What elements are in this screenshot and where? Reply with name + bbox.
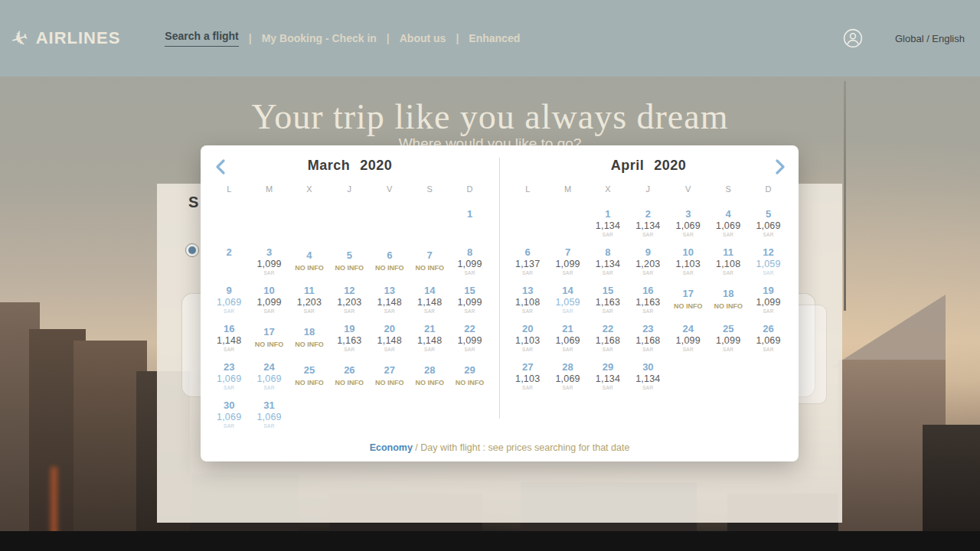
day-april-18: 18NO INFO [708, 282, 748, 318]
day-april-24[interactable]: 241,099SAR [668, 318, 708, 356]
day-april-4[interactable]: 41,069SAR [708, 203, 748, 241]
day-april-3[interactable]: 31,069SAR [668, 203, 708, 241]
currency-label: SAR [449, 270, 489, 276]
day-march-10[interactable]: 101,099SAR [249, 279, 289, 318]
currency-label: SAR [547, 308, 587, 315]
currency-label: SAR [449, 347, 489, 353]
currency-label: SAR [708, 270, 748, 276]
day-april-10[interactable]: 101,103SAR [668, 241, 708, 279]
day-march-13[interactable]: 131,148SAR [370, 279, 410, 318]
day-price: 1,069 [209, 373, 249, 384]
prev-month-button[interactable] [212, 158, 230, 176]
day-april-25[interactable]: 251,099SAR [708, 318, 748, 356]
day-march-6: 6NO INFO [370, 244, 410, 279]
currency-label: SAR [708, 232, 748, 238]
day-april-14[interactable]: 141,059SAR [547, 279, 587, 318]
day-march-31[interactable]: 311,069SAR [249, 394, 289, 432]
empty-cell [249, 203, 289, 241]
day-number: 26 [329, 365, 369, 376]
day-april-23[interactable]: 231,168SAR [628, 318, 668, 356]
trip-type-radio[interactable] [185, 243, 199, 257]
day-price: 1,148 [410, 297, 449, 308]
day-april-21[interactable]: 211,069SAR [547, 318, 587, 356]
day-number: 6 [508, 247, 547, 258]
day-number: 25 [289, 365, 329, 376]
day-number: 8 [449, 247, 489, 258]
day-number: 3 [668, 209, 708, 220]
day-april-28[interactable]: 281,069SAR [547, 356, 587, 394]
empty-cell [289, 203, 329, 241]
currency-label: SAR [628, 385, 668, 391]
day-march-22[interactable]: 221,099SAR [449, 318, 489, 356]
day-number: 9 [628, 247, 668, 258]
day-march-19[interactable]: 191,163SAR [329, 318, 369, 356]
day-april-1[interactable]: 11,134SAR [588, 203, 628, 241]
nav-separator: | [456, 32, 459, 44]
day-number: 17 [249, 327, 289, 337]
day-grid-march: 1231,099SAR4NO INFO5NO INFO6NO INFO7NO I… [209, 203, 499, 432]
day-price: 1,168 [588, 335, 628, 346]
weekday-label: D [449, 184, 489, 194]
weekday-label: D [748, 184, 788, 194]
day-april-27[interactable]: 271,103SAR [508, 356, 547, 394]
day-march-12[interactable]: 121,203SAR [329, 279, 369, 318]
day-april-5[interactable]: 51,069SAR [748, 203, 788, 241]
day-april-29[interactable]: 291,134SAR [588, 356, 628, 394]
day-april-2[interactable]: 21,134SAR [628, 203, 668, 241]
day-april-19[interactable]: 191,099SAR [748, 279, 788, 318]
day-march-14[interactable]: 141,148SAR [410, 279, 449, 318]
month-name: March [308, 158, 351, 173]
day-april-26[interactable]: 261,069SAR [748, 318, 788, 356]
nav-item-about-us[interactable]: About us [400, 32, 446, 44]
currency-label: SAR [370, 308, 410, 315]
day-april-11[interactable]: 111,108SAR [708, 241, 748, 279]
currency-label: SAR [209, 347, 249, 353]
day-march-24[interactable]: 241,069SAR [249, 356, 289, 394]
day-number: 27 [370, 365, 410, 376]
day-number: 28 [410, 365, 449, 376]
nav-item-search-a-flight[interactable]: Search a flight [165, 30, 238, 47]
day-april-12[interactable]: 121,059SAR [748, 241, 788, 279]
account-icon[interactable] [843, 28, 863, 48]
day-price: 1,163 [329, 335, 369, 346]
day-march-8[interactable]: 81,099SAR [449, 241, 489, 279]
day-april-8[interactable]: 81,134SAR [588, 241, 628, 279]
day-march-3[interactable]: 31,099SAR [249, 241, 289, 279]
day-march-21[interactable]: 211,148SAR [410, 318, 449, 356]
day-march-30[interactable]: 301,069SAR [209, 394, 249, 432]
nav-item-my-booking-check-in[interactable]: My Booking - Check in [262, 32, 377, 44]
day-april-9[interactable]: 91,203SAR [628, 241, 668, 279]
day-april-13[interactable]: 131,108SAR [508, 279, 547, 318]
brand-logo[interactable]: ✈ AIRLINES [11, 27, 120, 51]
locale-selector[interactable]: Global / English [895, 33, 965, 44]
day-number: 23 [209, 362, 249, 373]
day-april-6[interactable]: 61,137SAR [508, 241, 547, 279]
day-april-16[interactable]: 161,163SAR [628, 279, 668, 318]
legend-description: / Day with flight : see prices searching… [413, 442, 629, 453]
day-april-22[interactable]: 221,168SAR [588, 318, 628, 356]
day-april-20[interactable]: 201,103SAR [508, 318, 547, 356]
day-march-16[interactable]: 161,148SAR [209, 318, 249, 356]
day-number: 25 [708, 324, 748, 334]
day-april-30[interactable]: 301,134SAR [628, 356, 668, 394]
nav-item-enhanced[interactable]: Enhanced [469, 32, 520, 44]
panel-heading: S [188, 194, 198, 211]
currency-label: SAR [249, 423, 289, 429]
day-number: 24 [249, 362, 289, 373]
day-april-7[interactable]: 71,099SAR [547, 241, 587, 279]
day-march-11[interactable]: 111,203SAR [289, 279, 329, 318]
day-april-15[interactable]: 151,163SAR [588, 279, 628, 318]
day-march-15[interactable]: 151,099SAR [449, 279, 489, 318]
no-info-label: NO INFO [410, 379, 449, 386]
day-number: 12 [748, 247, 788, 258]
day-march-20[interactable]: 201,148SAR [370, 318, 410, 356]
day-price: 1,134 [588, 373, 628, 384]
day-march-5: 5NO INFO [329, 244, 369, 279]
next-month-button[interactable] [770, 158, 789, 176]
day-price: 1,108 [508, 297, 547, 308]
day-march-23[interactable]: 231,069SAR [209, 356, 249, 394]
day-march-9[interactable]: 91,069SAR [209, 279, 249, 318]
day-number: 3 [249, 247, 289, 258]
empty-cell [449, 394, 489, 432]
no-info-label: NO INFO [410, 264, 449, 272]
